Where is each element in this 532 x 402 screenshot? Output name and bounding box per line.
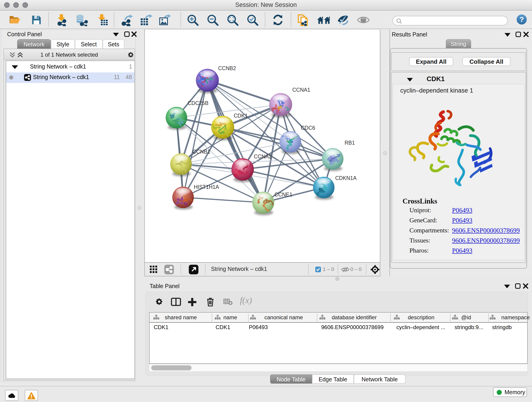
svg-text:CCNA2: CCNA2 bbox=[254, 153, 272, 160]
svg-text:CDK1: CDK1 bbox=[234, 113, 248, 119]
svg-text:HIST1H1A: HIST1H1A bbox=[194, 184, 219, 190]
svg-text:?: ? bbox=[519, 15, 524, 24]
svg-text:CDKN1A: CDKN1A bbox=[335, 175, 357, 181]
svg-text:CCNB2: CCNB2 bbox=[218, 65, 236, 71]
svg-text:CCNA1: CCNA1 bbox=[292, 87, 310, 93]
svg-text:CCNE1: CCNE1 bbox=[274, 191, 292, 198]
svg-text:CDC6: CDC6 bbox=[301, 125, 315, 131]
svg-text:CDC25B: CDC25B bbox=[188, 100, 209, 106]
svg-text:CCNB1: CCNB1 bbox=[192, 149, 210, 155]
svg-text:RB1: RB1 bbox=[345, 140, 355, 146]
